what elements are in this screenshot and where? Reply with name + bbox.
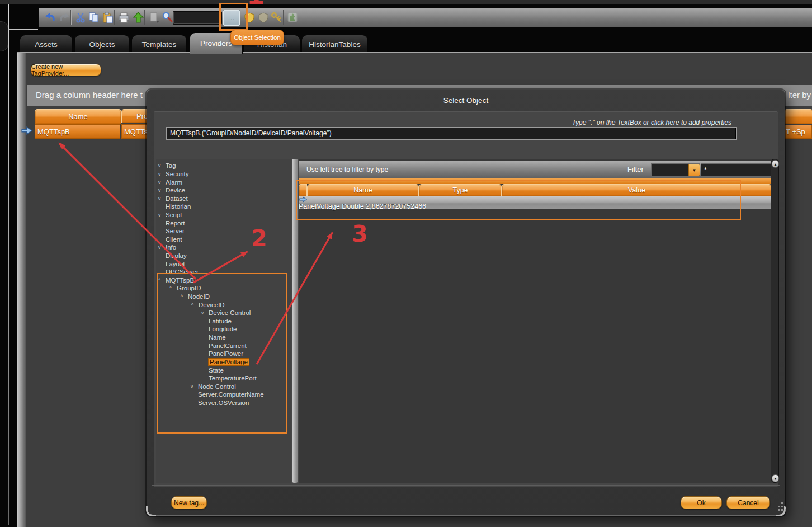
object-selection-tooltip: Object Selection [230, 30, 284, 45]
toolbar-separator [283, 10, 284, 25]
annotation-box-tree [157, 273, 287, 434]
grid-column-header-name[interactable]: Name [35, 109, 121, 124]
tab-label: Assets [35, 40, 58, 49]
filter-type-value [652, 164, 654, 176]
tree-item-label: Dataset [166, 195, 188, 202]
tree-item-info[interactable]: vInfo [156, 243, 291, 252]
tab-label: HistorianTables [309, 40, 360, 49]
filter-bar-hint: Use left tree to filter by type [306, 166, 388, 173]
scroll-down-icon[interactable]: ▼ [772, 474, 779, 482]
main-toolbar: ... [39, 8, 812, 27]
object-expression-input[interactable]: MQTTspB.("GroupID/NodeID/DeviceID/PanelV… [166, 127, 737, 140]
tree-item-layout[interactable]: Layout [156, 260, 291, 268]
annotation-step-3: 3 [352, 220, 368, 247]
keys-icon[interactable] [270, 11, 283, 24]
tree-item-device[interactable]: vDevice [156, 186, 291, 195]
tree-item-label: Server [166, 228, 185, 234]
redo-icon[interactable] [58, 11, 71, 24]
annotation-step-1: 1 [247, 0, 265, 8]
row-indicator-arrow-icon [21, 126, 32, 135]
tree-item-security[interactable]: vSecurity [156, 170, 291, 178]
tree-item-label: Security [166, 171, 189, 177]
application-window: ... Assets Objects Templates Providers H… [0, 0, 812, 527]
module-icon[interactable] [286, 11, 299, 24]
annotation-step-2: 2 [251, 225, 267, 252]
dialog-title: Select Object [147, 96, 785, 105]
tab-objects[interactable]: Objects [74, 35, 130, 54]
tree-item-label: Client [166, 236, 182, 243]
cancel-button[interactable]: Cancel [726, 496, 770, 509]
search-icon[interactable] [160, 11, 174, 24]
tree-item-label: Script [166, 211, 182, 218]
toolbar-separator [70, 10, 72, 25]
tree-item-display[interactable]: Display [156, 252, 291, 260]
ok-button[interactable]: Ok [681, 496, 722, 509]
tree-item-label: Tag [166, 162, 176, 169]
cut-icon[interactable] [74, 11, 87, 24]
expander-icon: v [158, 163, 166, 168]
group-by-hint-text-right: lter by [788, 90, 811, 100]
tree-item-historian[interactable]: Historian [156, 203, 291, 211]
annotation-box-object-button [219, 3, 248, 31]
annotation-box-result-row [296, 180, 741, 220]
toolbar-search-input[interactable] [173, 11, 222, 25]
grid-row-name-cell[interactable]: MQTTspB [35, 124, 120, 139]
filter-type-dropdown[interactable]: ▼ [651, 163, 700, 177]
tree-item-script[interactable]: vScript [156, 211, 291, 219]
panel-edge-line [8, 4, 9, 525]
tree-item-client[interactable]: Client [156, 235, 291, 243]
undo-icon[interactable] [44, 11, 57, 24]
tree-item-alarm[interactable]: vAlarm [156, 178, 291, 186]
tree-item-label: Display [166, 252, 187, 259]
document-preview-icon[interactable] [147, 11, 160, 24]
window-top-strip [0, 0, 812, 4]
tree-item-label: Info [166, 244, 176, 251]
tab-label: Providers [200, 39, 232, 48]
tab-label: Objects [89, 40, 115, 49]
expander-icon: v [158, 196, 166, 201]
collapsed-panel-handle[interactable] [0, 21, 8, 51]
scroll-up-icon[interactable]: ▲ [772, 160, 779, 168]
shield-icon[interactable] [257, 11, 270, 24]
results-vertical-scrollbar[interactable]: ▲ ▼ [771, 159, 779, 483]
toolbar-separator [114, 10, 115, 25]
tree-item-report[interactable]: Report [156, 219, 291, 227]
panel-left-edge [17, 53, 26, 527]
expander-icon: v [158, 171, 166, 177]
tab-historian-tables[interactable]: HistorianTables [301, 35, 368, 54]
group-by-hint-text: Drag a column header here t [36, 90, 143, 100]
tree-item-label: Historian [166, 203, 191, 210]
print-icon[interactable] [117, 11, 130, 24]
tree-item-tag[interactable]: vTag [156, 162, 291, 170]
tree-item-label: Report [166, 220, 185, 227]
tree-item-label: Alarm [166, 179, 182, 186]
grid-column-header-fragment[interactable] [784, 109, 812, 124]
dialog-footer-divider [152, 485, 780, 486]
filter-label: Filter [627, 165, 644, 173]
tab-templates[interactable]: Templates [131, 35, 187, 54]
new-tag-button[interactable]: New tag... [171, 496, 207, 509]
add-properties-hint[interactable]: Type "." on the TextBox or click here to… [572, 119, 731, 126]
tab-assets[interactable]: Assets [20, 35, 73, 54]
tab-label: Templates [142, 40, 177, 49]
copy-icon[interactable] [87, 11, 101, 24]
tree-item-server[interactable]: Server [156, 227, 291, 236]
tree-item-label: Device [166, 187, 185, 194]
create-tagprovider-button[interactable]: Create new TagProvider... [31, 64, 101, 76]
resize-grip[interactable] [778, 509, 780, 511]
tree-item-dataset[interactable]: vDataset [156, 194, 291, 203]
tree-item-label: Layout [166, 261, 185, 267]
toolbar-separator [144, 10, 145, 25]
expander-icon: v [158, 212, 166, 218]
expander-icon: v [158, 180, 166, 185]
expander-icon: v [158, 187, 166, 193]
panel-edge-line-horizontal [8, 29, 38, 30]
dialog-corner-accent [146, 506, 156, 516]
filter-pattern-input[interactable]: * [701, 163, 773, 177]
paste-icon[interactable] [101, 11, 115, 24]
publish-up-icon[interactable] [131, 11, 145, 24]
grid-row-right-fragment-cell[interactable]: T +Sp [784, 125, 812, 139]
expander-icon: v [158, 244, 166, 250]
chevron-down-icon[interactable]: ▼ [688, 164, 700, 176]
